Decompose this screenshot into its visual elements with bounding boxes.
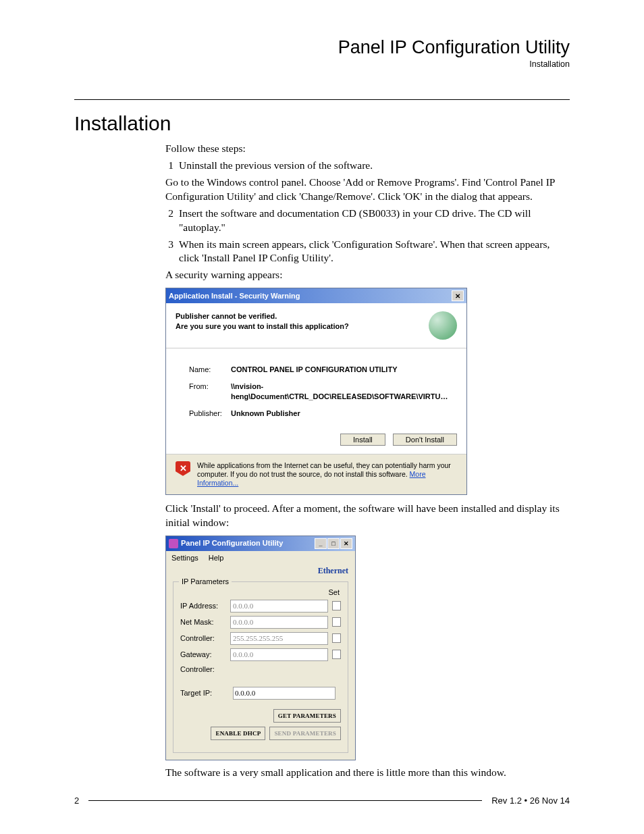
header-rule [74, 99, 570, 100]
enable-dhcp-button[interactable]: ENABLE DHCP [211, 727, 265, 740]
revision-text: Rev 1.2 • 26 Nov 14 [491, 796, 570, 806]
maximize-icon[interactable]: □ [327, 538, 340, 549]
controller-set-checkbox[interactable] [332, 633, 341, 643]
from-value: \\nvision-heng\Document\CTRL_DOC\RELEASE… [231, 382, 457, 402]
install-button[interactable]: Install [340, 434, 385, 446]
gateway-label: Gateway: [180, 650, 226, 660]
net-mask-field[interactable] [230, 616, 328, 629]
doc-title: Panel IP Configuration Utility [74, 37, 570, 58]
step-2: 2 Insert the software and documentation … [165, 207, 570, 235]
gateway-field[interactable] [230, 648, 328, 661]
controller-label: Controller: [180, 633, 226, 644]
shield-icon: ✕ [176, 461, 190, 476]
ethernet-indicator: Ethernet [318, 566, 348, 575]
mask-set-checkbox[interactable] [332, 617, 341, 627]
ip-config-window: Panel IP Configuration Utility _ □ ✕ Set… [165, 536, 356, 760]
step-number: 3 [165, 238, 173, 266]
dialog-question: Are you sure you want to install this ap… [176, 322, 349, 330]
page-number: 2 [74, 796, 79, 806]
net-mask-label: Net Mask: [180, 617, 226, 627]
intro-text: Follow these steps: [165, 142, 570, 156]
dont-install-button[interactable]: Don't Install [393, 434, 457, 446]
controller-field[interactable] [230, 632, 328, 645]
close-icon[interactable]: ✕ [452, 290, 464, 301]
step-text: Insert the software and documentation CD… [179, 207, 570, 235]
step-3: 3 When its main screen appears, click 'C… [165, 238, 570, 266]
step-number: 2 [165, 207, 173, 235]
dialog-warning-note: While applications from the Internet can… [197, 461, 457, 488]
ip-parameters-group: IP Parameters Set IP Address: Net Mask: … [173, 581, 348, 753]
after-dialog-text: Click 'Install' to proceed. After a mome… [165, 502, 570, 530]
ip-set-checkbox[interactable] [332, 601, 341, 610]
closing-text: The software is a very small application… [165, 766, 570, 780]
step-1: 1 Uninstall the previous version of the … [165, 159, 570, 173]
doc-subtitle: Installation [74, 59, 570, 69]
globe-icon [429, 311, 457, 340]
ip-address-label: IP Address: [180, 601, 226, 611]
step-number: 1 [165, 159, 173, 173]
name-value: CONTROL PANEL IP CONFIGURATION UTILITY [231, 365, 457, 375]
publisher-value: Unknown Publisher [231, 409, 457, 419]
from-label: From: [189, 382, 231, 402]
window-title: Panel IP Configuration Utility [181, 538, 283, 548]
security-warning-dialog: Application Install - Security Warning ✕… [165, 288, 467, 495]
set-column-header: Set [180, 588, 341, 598]
menu-settings[interactable]: Settings [171, 554, 198, 562]
gateway-set-checkbox[interactable] [332, 650, 341, 659]
target-ip-field[interactable] [233, 687, 336, 700]
target-ip-label: Target IP: [180, 688, 229, 698]
publisher-label: Publisher: [189, 409, 231, 419]
name-label: Name: [189, 365, 231, 375]
footer-rule [88, 800, 482, 801]
step-1-detail: Go to the Windows control panel. Choose … [165, 176, 570, 204]
section-heading: Installation [74, 112, 570, 135]
send-parameters-button[interactable]: SEND PARAMETERS [269, 727, 341, 740]
dialog-headline: Publisher cannot be verified. [176, 312, 277, 320]
get-parameters-button[interactable]: GET PARAMETERS [273, 709, 341, 723]
close-icon[interactable]: ✕ [340, 538, 352, 549]
group-legend: IP Parameters [179, 577, 232, 587]
step-text: When its main screen appears, click 'Con… [179, 238, 570, 266]
dialog-title: Application Install - Security Warning [169, 291, 300, 301]
menu-help[interactable]: Help [209, 554, 224, 562]
ip-address-field[interactable] [230, 600, 328, 613]
step-3-after: A security warning appears: [165, 268, 570, 282]
minimize-icon[interactable]: _ [315, 538, 327, 549]
step-text: Uninstall the previous version of the so… [179, 159, 373, 171]
controller2-label: Controller: [180, 664, 229, 675]
app-icon [169, 539, 178, 548]
